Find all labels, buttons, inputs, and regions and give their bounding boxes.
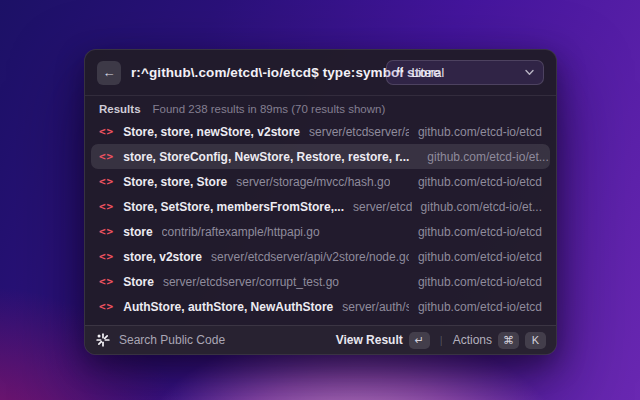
command-key-icon: ⌘	[498, 332, 519, 349]
spark-logo-icon[interactable]	[95, 332, 111, 348]
search-modal: ← r:^github\.com/etcd\-io/etcd$ type:sym…	[84, 49, 557, 355]
repo-name: github.com/etcd-io/etcd	[418, 250, 542, 264]
search-bar: ← r:^github\.com/etcd\-io/etcd$ type:sym…	[85, 50, 556, 96]
result-row[interactable]: <>store, StoreConfig, NewStore, Restore,…	[91, 144, 550, 169]
k-key-icon: K	[525, 332, 546, 349]
actions-button[interactable]: Actions ⌘ K	[453, 332, 546, 349]
footer-bar: Search Public Code View Result ↵ | Actio…	[85, 325, 556, 354]
return-key-icon: ↵	[409, 332, 430, 349]
view-result-label: View Result	[336, 333, 403, 347]
symbol-names: Store, store, newStore, v2store	[123, 125, 300, 139]
file-path: server/etcdserver/api/v2store/store.go	[309, 125, 409, 139]
actions-label: Actions	[453, 333, 492, 347]
code-symbol-icon: <>	[99, 200, 114, 213]
repo-name: github.com/etcd-io/etcd	[418, 275, 542, 289]
file-path: server/etcdserver/api/membership/cluste.…	[353, 200, 412, 214]
code-symbol-icon: <>	[99, 300, 114, 313]
repo-name: github.com/etcd-io/et...	[421, 200, 542, 214]
code-symbol-icon: <>	[99, 175, 114, 188]
file-path: contrib/raftexample/httpapi.go	[162, 225, 320, 239]
symbol-names: Store, store, Store	[123, 175, 227, 189]
file-path: server/etcdserver/corrupt_test.go	[163, 275, 339, 289]
result-row[interactable]: <>AuthStore, authStore, NewAuthStoreserv…	[91, 294, 550, 319]
repo-name: github.com/etcd-io/etcd	[418, 225, 542, 239]
footer-divider: |	[440, 334, 443, 346]
repo-name: github.com/etcd-io/etcd	[418, 300, 542, 314]
app-name-label: Search Public Code	[119, 333, 225, 347]
results-summary: Found 238 results in 89ms (70 results sh…	[153, 103, 386, 115]
repo-name: github.com/etcd-io/etcd	[418, 125, 542, 139]
symbol-names: store, v2store	[123, 250, 202, 264]
results-label: Results	[99, 103, 141, 115]
result-row[interactable]: <>Store, store, newStore, v2storeserver/…	[91, 119, 550, 144]
search-input[interactable]: r:^github\.com/etcd\-io/etcd$ type:symbo…	[131, 65, 366, 80]
code-symbol-icon: <>	[99, 250, 114, 263]
symbol-names: store	[123, 225, 152, 239]
symbol-names: store, StoreConfig, NewStore, Restore, r…	[123, 150, 409, 164]
code-symbol-icon: <>	[99, 150, 114, 163]
chevron-down-icon	[525, 69, 534, 76]
back-button[interactable]: ←	[97, 61, 121, 85]
code-symbol-icon: <>	[99, 125, 114, 138]
repo-name: github.com/etcd-io/et...	[427, 150, 548, 164]
file-path: server/etcdserver/api/v2store/node.go	[211, 250, 409, 264]
pattern-type-dropdown[interactable]: “ Literal	[386, 60, 544, 85]
repo-name: github.com/etcd-io/etcd	[418, 175, 542, 189]
view-result-button[interactable]: View Result ↵	[336, 332, 430, 349]
symbol-names: Store, SetStore, membersFromStore,...	[123, 200, 344, 214]
pattern-type-value: Literal	[412, 66, 519, 80]
back-arrow-icon: ←	[103, 65, 116, 80]
results-header: Results Found 238 results in 89ms (70 re…	[85, 96, 556, 116]
result-row[interactable]: <>Store, SetStore, membersFromStore,...s…	[91, 194, 550, 219]
results-list: <>Store, store, newStore, v2storeserver/…	[85, 116, 556, 344]
quote-icon: “	[396, 71, 405, 79]
symbol-names: Store	[123, 275, 154, 289]
result-row[interactable]: <>storecontrib/raftexample/httpapi.gogit…	[91, 219, 550, 244]
code-symbol-icon: <>	[99, 275, 114, 288]
result-row[interactable]: <>store, v2storeserver/etcdserver/api/v2…	[91, 244, 550, 269]
result-row[interactable]: <>Storeserver/etcdserver/corrupt_test.go…	[91, 269, 550, 294]
symbol-names: AuthStore, authStore, NewAuthStore	[123, 300, 333, 314]
result-row[interactable]: <>Store, store, Storeserver/storage/mvcc…	[91, 169, 550, 194]
file-path: server/storage/mvcc/hash.go	[236, 175, 390, 189]
code-symbol-icon: <>	[99, 225, 114, 238]
file-path: server/auth/store.go	[342, 300, 409, 314]
